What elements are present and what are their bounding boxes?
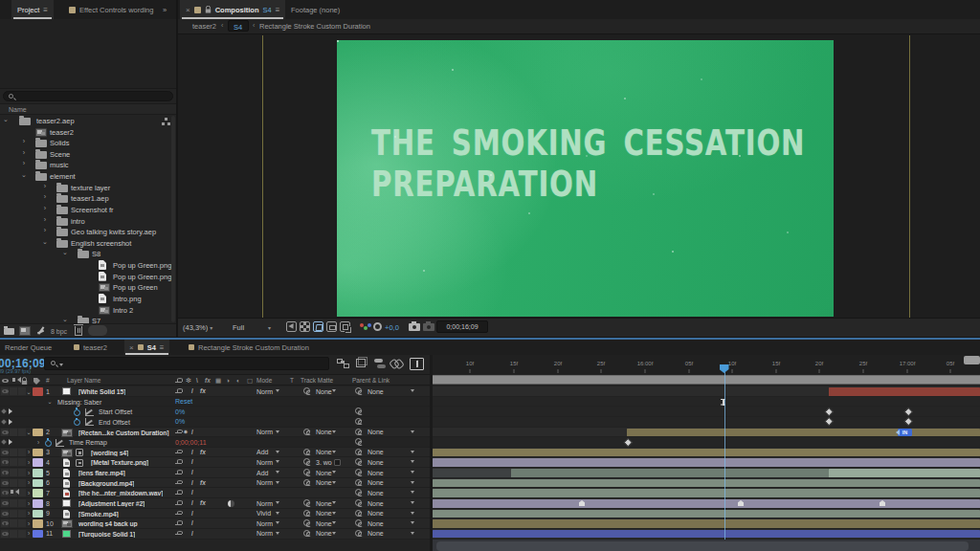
close-icon[interactable]: × — [129, 343, 134, 352]
tree-expander-icon[interactable]: › — [20, 149, 28, 156]
quality-toggle-icon[interactable]: / — [191, 479, 193, 486]
next-keyframe-icon[interactable] — [9, 439, 15, 445]
layer-row[interactable]: ›4[Metal Texture.png]/Norm3. woNone — [0, 457, 433, 468]
eye-icon[interactable] — [2, 481, 9, 485]
tab-s4[interactable]: × S4 ≡ — [124, 340, 169, 355]
quality-toggle-icon[interactable]: / — [191, 489, 193, 496]
layer-name[interactable]: [Metal Texture.png] — [91, 459, 148, 466]
layer-expander-icon[interactable]: › — [25, 470, 33, 476]
chevron-down-icon[interactable] — [411, 460, 414, 465]
tree-expander-icon[interactable]: › — [41, 227, 49, 233]
panel-menu-icon[interactable]: ≡ — [160, 343, 165, 352]
tree-expander-icon[interactable]: ⌄ — [20, 171, 28, 179]
shy-toggle-icon[interactable] — [175, 450, 182, 456]
mode-dropdown[interactable]: Norm — [256, 520, 273, 527]
keyframe-diamond-icon[interactable] — [1, 439, 7, 445]
eye-icon[interactable] — [2, 471, 9, 474]
layer-expander-icon[interactable]: › — [25, 490, 33, 496]
tab-teaser2[interactable]: teaser2 — [69, 340, 112, 355]
toggle-viewer-icon[interactable] — [340, 321, 350, 332]
track-row[interactable] — [433, 529, 980, 540]
track-row[interactable] — [433, 386, 980, 397]
chevron-down-icon[interactable] — [332, 481, 336, 486]
tree-expander-icon[interactable]: › — [20, 160, 28, 166]
keyframe-diamond-icon[interactable] — [625, 439, 631, 445]
eye-icon[interactable] — [2, 501, 9, 505]
tree-expander-icon[interactable]: › — [41, 216, 49, 223]
layer-name[interactable]: [Turquoise Solid 1] — [78, 531, 135, 538]
parent-dropdown[interactable]: None — [368, 510, 384, 517]
layer-expander-icon[interactable]: › — [25, 520, 33, 527]
panel-menu-icon[interactable]: ≡ — [276, 6, 280, 14]
new-folder-icon[interactable] — [4, 328, 14, 335]
chevron-down-icon[interactable] — [276, 460, 279, 465]
quality-toggle-icon[interactable]: / — [191, 387, 193, 394]
chevron-down-icon[interactable] — [276, 501, 279, 506]
mode-dropdown[interactable]: Vivid — [256, 510, 271, 517]
chevron-down-icon[interactable] — [332, 532, 336, 537]
layer-duration-bar[interactable] — [433, 458, 980, 467]
property-value[interactable]: 0;00;00;11 — [175, 439, 207, 446]
layer-label-chip[interactable] — [33, 449, 43, 457]
keyframe-diamond-icon[interactable] — [826, 408, 832, 414]
layer-row[interactable]: ⌄1[White Solid 15]/fxNormNoneNone — [0, 386, 433, 397]
track-matte-dropdown[interactable]: 3. wo — [316, 459, 332, 466]
parent-pickwhip-icon[interactable] — [355, 429, 362, 435]
breadcrumb-current[interactable]: S4 — [228, 20, 249, 32]
track-matte-pickwhip-icon[interactable] — [303, 469, 310, 475]
resolution-chevron-icon[interactable]: ▾ — [268, 323, 271, 332]
chevron-down-icon[interactable] — [411, 521, 414, 526]
stopwatch-icon[interactable] — [73, 408, 80, 415]
adjustment-toggle-icon[interactable] — [228, 500, 234, 507]
mode-dropdown[interactable]: Norm — [256, 500, 273, 507]
chevron-down-icon[interactable] — [276, 451, 279, 455]
layer-name[interactable]: [the he...nter_mixdown.wav] — [78, 490, 163, 496]
layer-row[interactable]: ›11[Turquoise Solid 1]/NormNoneNone — [0, 529, 433, 540]
chevron-down-icon[interactable] — [276, 430, 279, 435]
mode-dropdown[interactable]: Add — [256, 449, 268, 455]
timeline-search-input[interactable] — [44, 357, 329, 370]
frame-blending-icon[interactable] — [390, 358, 403, 369]
track-matte-dropdown[interactable]: None — [316, 530, 332, 537]
panel-menu-icon[interactable]: ≡ — [43, 6, 48, 14]
tab-footage[interactable]: Footage (none) — [285, 0, 345, 19]
project-item[interactable]: Intro 2 — [0, 305, 176, 317]
track-row[interactable] — [433, 407, 980, 417]
group-expander-icon[interactable]: ⌄ — [46, 398, 54, 406]
effect-group-name[interactable]: Missing: Saber — [57, 399, 101, 406]
layer-row[interactable]: ›7[the he...nter_mixdown.wav]/None — [0, 488, 433, 498]
layer-duration-bar[interactable] — [433, 469, 511, 477]
track-row[interactable] — [433, 518, 980, 529]
chevron-down-icon[interactable] — [411, 512, 414, 517]
layer-name[interactable]: [wording s4] — [91, 450, 128, 456]
layer-name[interactable]: [Rectan...ke Custom Duration] — [78, 430, 169, 436]
chevron-down-icon[interactable] — [411, 471, 414, 475]
parent-dropdown[interactable]: None — [368, 530, 384, 537]
layer-expander-icon[interactable]: › — [25, 449, 33, 455]
property-name[interactable]: End Offset — [99, 419, 130, 426]
layer-duration-bar[interactable] — [433, 499, 980, 508]
track-matte-pickwhip-icon[interactable] — [303, 519, 310, 526]
shy-toggle-icon[interactable] — [175, 511, 182, 518]
track-row[interactable] — [433, 417, 980, 428]
project-item[interactable]: Pop up Green.png — [0, 272, 176, 283]
guide-line-left[interactable] — [262, 35, 263, 318]
chevron-down-icon[interactable] — [332, 451, 336, 455]
track-matte-dropdown[interactable]: None — [316, 429, 332, 435]
track-matte-pickwhip-icon[interactable] — [303, 479, 310, 486]
property-name[interactable]: Time Remap — [69, 439, 107, 446]
parent-pickwhip-icon[interactable] — [355, 519, 362, 526]
parent-pickwhip-icon[interactable] — [355, 469, 362, 475]
tab-composition[interactable]: × Composition S4 ≡ — [180, 0, 285, 19]
track-matte-pickwhip-icon[interactable] — [303, 530, 310, 537]
guide-line-right[interactable] — [909, 35, 910, 318]
layer-label-chip[interactable] — [33, 489, 43, 497]
tree-expander-icon[interactable]: ⌄ — [2, 116, 10, 123]
project-search-input[interactable] — [3, 91, 173, 101]
track-row[interactable] — [433, 468, 980, 478]
tree-expander-icon[interactable]: › — [20, 138, 28, 144]
layer-duration-bar[interactable] — [433, 510, 980, 518]
parent-pickwhip-icon[interactable] — [355, 510, 362, 517]
chevron-down-icon[interactable] — [276, 532, 279, 537]
mode-dropdown[interactable]: Norm — [256, 530, 273, 537]
